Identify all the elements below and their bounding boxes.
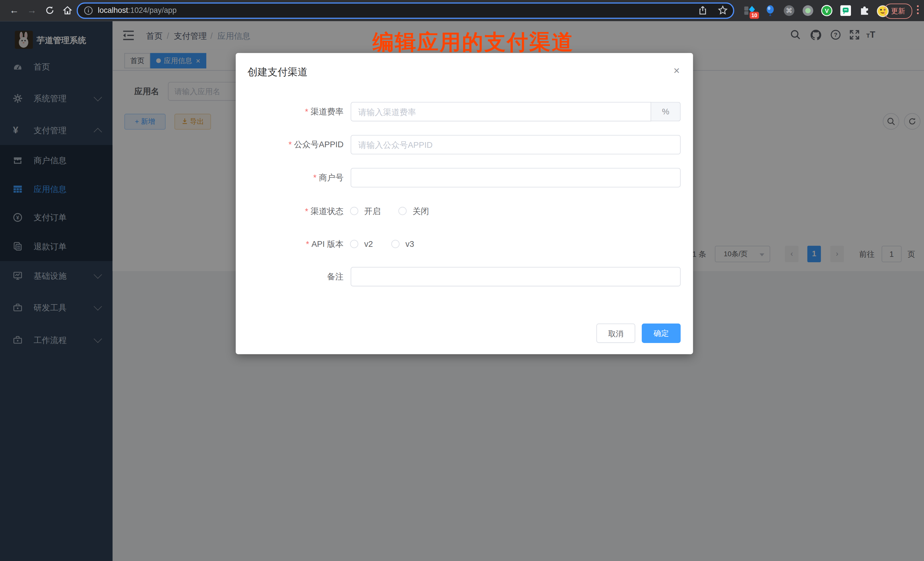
extension-badge: 10: [750, 12, 759, 19]
merchant-id-input[interactable]: [351, 168, 681, 188]
field-label-rate: *渠道费率: [249, 107, 344, 117]
page: ← → localhost:1024/pay/app 10 ⌘ V: [0, 0, 924, 561]
url-bar[interactable]: localhost:1024/pay/app: [76, 2, 734, 19]
remark-input[interactable]: [351, 267, 681, 286]
extension-command-icon[interactable]: ⌘: [783, 5, 795, 16]
browser-toolbar: ← → localhost:1024/pay/app 10 ⌘ V: [0, 0, 924, 21]
extension-tampermonkey-icon[interactable]: 10: [744, 5, 755, 16]
field-label-merchant-id: *商户号: [249, 172, 344, 183]
confirm-button[interactable]: 确定: [642, 324, 681, 343]
radio-api-v3[interactable]: [391, 240, 399, 248]
appid-input[interactable]: [351, 135, 681, 154]
browser-back-icon[interactable]: ←: [7, 3, 21, 18]
radio-label-closed[interactable]: 关闭: [412, 206, 429, 217]
radio-label-open[interactable]: 开启: [364, 206, 381, 217]
create-pay-channel-dialog: 创建支付渠道 ✕ *渠道费率 % *公众号APPID *商户号 *渠道状态 开启…: [236, 53, 693, 354]
browser-home-icon[interactable]: [60, 3, 75, 18]
svg-text:V: V: [825, 8, 829, 14]
browser-menu-icon[interactable]: [917, 5, 919, 16]
rate-unit-append: %: [651, 102, 681, 121]
field-label-remark: 备注: [249, 272, 344, 282]
radio-api-v2[interactable]: [350, 240, 358, 248]
extensions-puzzle-icon[interactable]: [859, 5, 870, 16]
radio-label-v2[interactable]: v2: [364, 239, 373, 249]
bookmark-star-icon[interactable]: [718, 5, 728, 15]
radio-status-closed[interactable]: [398, 207, 406, 215]
extension-chat-icon[interactable]: [840, 5, 852, 16]
field-label-api-version: *API 版本: [249, 239, 344, 250]
chrome-update-button[interactable]: 更新: [884, 3, 912, 19]
url-text[interactable]: localhost:1024/pay/app: [98, 6, 177, 15]
field-label-status: *渠道状态: [249, 206, 344, 217]
field-label-appid: *公众号APPID: [249, 140, 344, 150]
share-icon[interactable]: [698, 5, 708, 15]
site-info-icon[interactable]: [84, 6, 93, 15]
extension-balloon-icon[interactable]: [764, 5, 776, 16]
svg-text:⌘: ⌘: [786, 7, 792, 14]
browser-reload-icon[interactable]: [42, 3, 57, 18]
extension-v-icon[interactable]: V: [821, 5, 832, 16]
annotation-text: 编辑应用的支付渠道: [372, 28, 574, 57]
cancel-button[interactable]: 取消: [596, 324, 635, 343]
browser-forward-icon[interactable]: →: [25, 3, 39, 18]
extension-record-icon[interactable]: [802, 5, 814, 16]
radio-label-v3[interactable]: v3: [405, 239, 414, 249]
dialog-title: 创建支付渠道: [248, 65, 308, 79]
radio-status-open[interactable]: [350, 207, 358, 215]
close-icon[interactable]: ✕: [673, 66, 680, 75]
rate-input[interactable]: [351, 102, 651, 121]
